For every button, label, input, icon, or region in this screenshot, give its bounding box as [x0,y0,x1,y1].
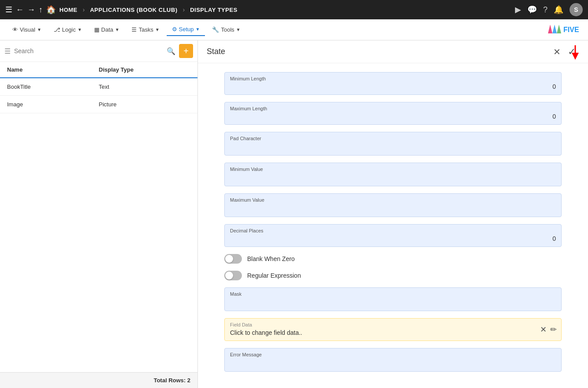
field-data-actions: ✕ ✏ [540,325,557,334]
regular-expression-thumb [225,272,233,279]
up-icon[interactable]: ↑ [39,5,43,15]
field-data-value: Click to change field data.. [230,329,556,336]
sep2: › [183,6,185,13]
regular-expression-toggle[interactable] [224,271,242,280]
left-toolbar: ☰ 🔍 + [0,40,197,62]
right-content: Minimum Length 0 Maximum Length 0 Pad Ch… [198,63,588,388]
filter-icon: ☰ [4,47,11,55]
page-breadcrumb: DISPLAY TYPES [190,7,237,13]
decimal-places-value: 0 [230,235,556,242]
nav-tasks[interactable]: ☰ Tasks ▼ [126,24,164,36]
right-panel: State ✕ ✓ Minimum Length 0 [198,40,588,388]
maximum-length-value: 0 [230,113,556,120]
app-breadcrumb[interactable]: APPLICATIONS (BOOK CLUB) [90,7,178,13]
minimum-value-group[interactable]: Minimum Value [224,163,562,186]
cell-display-1: Picture [99,101,191,108]
nav-data[interactable]: ▦ Data ▼ [89,24,124,36]
regular-expression-label: Regular Expression [247,272,301,279]
table-header: Name Display Type [0,62,197,78]
add-button[interactable]: + [179,44,193,58]
svg-marker-2 [557,25,561,33]
five-logo: FIVE [546,22,581,37]
forward-icon[interactable]: → [27,5,35,15]
visual-caret: ▼ [37,27,41,32]
field-data-edit-button[interactable]: ✏ [550,325,557,334]
mask-field: Mask [224,287,562,311]
decimal-places-field: Decimal Places 0 [224,224,562,247]
cell-display-0: Text [99,83,191,90]
maximum-value-label: Maximum Value [230,197,556,203]
play-icon[interactable]: ▶ [515,5,521,15]
back-icon[interactable]: ← [16,5,24,15]
total-rows-footer: Total Rows: 2 [0,372,197,388]
chat-icon[interactable]: 💬 [527,5,537,15]
tasks-caret: ▼ [155,27,160,32]
table-row[interactable]: BookTitle Text [0,78,197,96]
top-nav-right: ▶ 💬 ? 🔔 S [515,3,583,16]
menu-icon[interactable]: ☰ [5,5,12,15]
sep1: › [83,6,85,13]
maximum-value-value [230,204,556,212]
avatar[interactable]: S [570,3,583,16]
table-row[interactable]: Image Picture [0,96,197,113]
maximum-value-group[interactable]: Maximum Value [224,193,562,217]
maximum-value-field: Maximum Value [224,193,562,217]
svg-marker-0 [548,25,552,33]
bell-icon[interactable]: 🔔 [554,5,563,15]
pad-character-group[interactable]: Pad Character [224,132,562,156]
nav-tools[interactable]: 🔧 Tools ▼ [207,24,245,36]
eye-icon: 👁 [12,26,18,33]
regular-expression-track [224,271,242,280]
col-header-name: Name [7,66,99,73]
blank-when-zero-toggle-row: Blank When Zero [224,254,562,264]
panel-title: State [207,47,550,56]
minimum-value-value [230,174,556,181]
error-message-group[interactable]: Error Message [224,348,562,372]
setup-icon: ⚙ [172,26,177,33]
mask-value [230,298,556,306]
decimal-places-group: Decimal Places 0 [224,224,562,247]
svg-text:FIVE: FIVE [563,26,579,33]
search-icon[interactable]: 🔍 [167,47,175,55]
blank-when-zero-toggle[interactable] [224,254,242,264]
confirm-button[interactable]: ✓ [564,44,579,59]
pad-character-value [230,143,556,151]
setup-caret: ▼ [196,27,200,32]
minimum-length-group: Minimum Length 0 [224,72,562,95]
field-data-clear-button[interactable]: ✕ [540,325,547,334]
svg-marker-1 [552,25,557,33]
nav-setup[interactable]: ⚙ Setup ▼ [167,23,205,36]
minimum-length-label: Minimum Length [230,76,556,81]
maximum-length-label: Maximum Length [230,106,556,111]
error-message-value [230,359,556,367]
decimal-places-label: Decimal Places [230,228,556,233]
tools-caret: ▼ [236,27,241,32]
close-button[interactable]: ✕ [550,45,564,59]
home-breadcrumb[interactable]: HOME [59,7,77,13]
main-layout: ☰ 🔍 + Name Display Type BookTitle Text I… [0,40,588,388]
blank-when-zero-thumb [225,255,233,263]
regular-expression-toggle-row: Regular Expression [224,271,562,280]
minimum-value-field: Minimum Value [224,163,562,186]
minimum-value-label: Minimum Value [230,167,556,172]
blank-when-zero-label: Blank When Zero [247,255,295,262]
mask-group[interactable]: Mask [224,287,562,311]
second-nav: 👁 Visual ▼ ⎇ Logic ▼ ▦ Data ▼ ☰ Tasks ▼ … [0,19,588,40]
error-message-label: Error Message [230,352,556,357]
nav-logic[interactable]: ⎇ Logic ▼ [48,24,87,36]
col-header-display-type: Display Type [99,66,191,73]
mask-label: Mask [230,291,556,297]
logic-caret: ▼ [77,27,82,32]
pad-character-label: Pad Character [230,136,556,141]
data-caret: ▼ [115,27,120,32]
logic-icon: ⎇ [54,26,60,33]
nav-visual[interactable]: 👁 Visual ▼ [7,24,47,36]
data-icon: ▦ [94,26,99,33]
maximum-length-field: Maximum Length 0 [224,102,562,125]
field-data-label: Field Data [230,322,556,327]
maximum-length-group: Maximum Length 0 [224,102,562,125]
field-data-group[interactable]: Field Data Click to change field data.. … [224,318,562,341]
help-icon[interactable]: ? [543,5,548,15]
minimum-length-field: Minimum Length 0 [224,72,562,95]
search-input[interactable] [14,47,163,54]
